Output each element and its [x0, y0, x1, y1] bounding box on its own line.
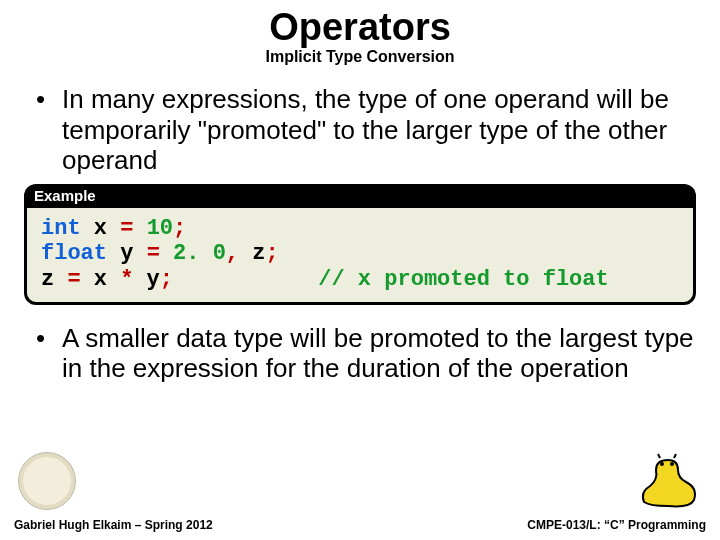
code-kw-int: int [41, 216, 81, 241]
slide-title: Operators [20, 8, 700, 48]
code-box: int x = 10; float y = 2. 0, z; z = x * y… [24, 205, 696, 305]
bullet-2: A smaller data type will be promoted to … [62, 323, 700, 384]
slide-subtitle: Implicit Type Conversion [20, 48, 700, 66]
code-eq: = [67, 267, 80, 292]
code-text: z [239, 241, 265, 266]
code-text: y [133, 267, 159, 292]
code-text: x [81, 267, 121, 292]
footer-right: CMPE-013/L: “C” Programming [527, 518, 706, 532]
code-num: 10 [147, 216, 173, 241]
slug-mascot-icon [638, 452, 702, 510]
example-label: Example [24, 184, 696, 205]
code-sc: ; [173, 216, 186, 241]
code-text [133, 216, 146, 241]
code-comment: // x promoted to float [318, 267, 608, 292]
bullet-list-top: In many expressions, the type of one ope… [20, 84, 700, 176]
code-num: 2. 0 [173, 241, 226, 266]
university-seal-icon [18, 452, 76, 510]
code-kw-float: float [41, 241, 107, 266]
code-sc: ; [265, 241, 278, 266]
footer: Gabriel Hugh Elkaim – Spring 2012 CMPE-0… [0, 518, 720, 532]
code-comma: , [226, 241, 239, 266]
code-text [160, 241, 173, 266]
footer-left: Gabriel Hugh Elkaim – Spring 2012 [14, 518, 213, 532]
example-block: Example int x = 10; float y = 2. 0, z; z… [24, 184, 696, 305]
code-text: z [41, 267, 67, 292]
code-pad [173, 267, 318, 292]
slide: Operators Implicit Type Conversion In ma… [0, 0, 720, 540]
code-eq: = [147, 241, 160, 266]
code-text: x [81, 216, 121, 241]
code-eq: = [120, 216, 133, 241]
code-text: y [107, 241, 147, 266]
svg-point-0 [660, 462, 664, 466]
svg-point-1 [670, 462, 674, 466]
code-op: * [120, 267, 133, 292]
bullet-list-bottom: A smaller data type will be promoted to … [20, 323, 700, 384]
bullet-1: In many expressions, the type of one ope… [62, 84, 700, 176]
code-sc: ; [160, 267, 173, 292]
